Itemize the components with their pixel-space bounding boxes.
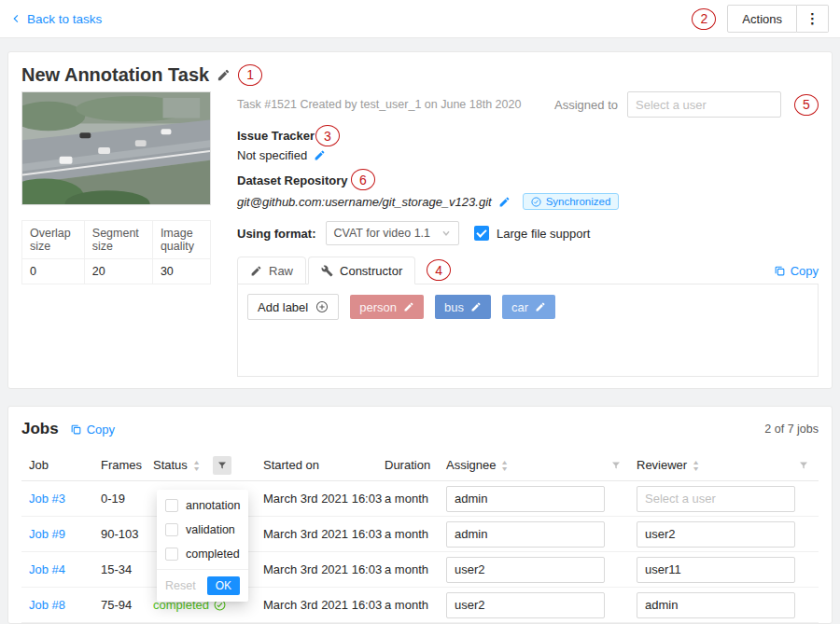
row-assignee-input[interactable] (446, 592, 605, 618)
param-value-segment: 20 (84, 259, 152, 284)
callout-3: 3 (315, 125, 340, 146)
synchronized-icon (531, 197, 541, 207)
started-on-cell: March 3rd 2021 16:03 (263, 527, 385, 541)
filter-option-completed[interactable]: completed (157, 542, 248, 566)
label-pill-car-name: car (511, 300, 528, 314)
caret-up-icon: ▲ (501, 459, 510, 465)
filter-ok-button[interactable]: OK (207, 576, 240, 595)
jobs-copy-link[interactable]: Copy (70, 423, 115, 437)
jobs-card: Jobs Copy 2 of 7 jobs Job Frames Status … (7, 406, 833, 624)
dataset-repository-url: git@github.com:username/git_storage_v123… (237, 195, 492, 209)
task-meta-text: Task #1521 Created by test_user_1 on Jun… (237, 98, 521, 111)
row-reviewer-input[interactable] (637, 486, 795, 512)
sort-carets[interactable]: ▲▼ (693, 459, 699, 472)
dataset-repository-section: Dataset Repository 6 git@github.com:user… (237, 173, 819, 210)
frames-cell: 0-19 (101, 492, 153, 506)
column-header-reviewer[interactable]: Reviewer ▲▼ (637, 456, 819, 475)
callout-6: 6 (351, 169, 375, 190)
add-label-button[interactable]: Add label (247, 294, 339, 320)
label-pill-person-name: person (359, 300, 397, 314)
task-body: Overlap size Segment size Image quality … (21, 91, 819, 377)
assignee-input[interactable] (627, 91, 781, 118)
param-value-overlap: 0 (22, 259, 85, 284)
job-link[interactable]: Job #4 (29, 562, 65, 576)
task-parameters-table: Overlap size Segment size Image quality … (21, 220, 211, 284)
task-right-column: Task #1521 Created by test_user_1 on Jun… (237, 91, 819, 377)
row-assignee-input[interactable] (446, 557, 605, 583)
row-reviewer-input[interactable] (637, 557, 795, 583)
edit-label-icon[interactable] (470, 301, 482, 312)
large-file-support-checkbox[interactable] (474, 226, 489, 241)
edit-repository-icon[interactable] (498, 196, 511, 208)
large-file-support-label: Large file support (497, 227, 590, 241)
completed-checkbox[interactable] (165, 548, 178, 561)
filter-option-annotation[interactable]: annotation (157, 493, 248, 518)
chevron-left-icon (11, 13, 21, 24)
topbar-right: 2 Actions ⋮ (692, 5, 829, 33)
row-assignee-input[interactable] (446, 486, 605, 512)
caret-down-icon: ▼ (501, 465, 510, 472)
duration-cell: a month (385, 562, 446, 576)
status-filter-icon[interactable] (213, 456, 231, 475)
label-pill-person[interactable]: person (350, 295, 424, 319)
annotation-checkbox[interactable] (165, 499, 178, 512)
format-select[interactable]: CVAT for video 1.1 (326, 221, 460, 245)
task-title-row: New Annotation Task 1 (21, 63, 819, 86)
frames-cell: 75-94 (101, 598, 153, 612)
edit-task-name-icon[interactable] (217, 68, 231, 82)
jobs-copy-label: Copy (87, 423, 115, 437)
edit-label-icon[interactable] (535, 301, 546, 312)
labels-copy-link[interactable]: Copy (774, 264, 819, 278)
duration-cell: a month (385, 598, 446, 612)
more-vertical-icon: ⋮ (805, 10, 819, 27)
row-reviewer-input[interactable] (637, 592, 795, 618)
jobs-count: 2 of 7 jobs (764, 423, 819, 436)
label-pill-bus[interactable]: bus (435, 295, 491, 319)
tab-constructor[interactable]: Constructor (308, 257, 415, 284)
using-format-label: Using format: (237, 227, 316, 241)
filter-option-annotation-label: annotation (186, 499, 240, 512)
pencil-icon (250, 265, 262, 277)
label-pill-car[interactable]: car (502, 295, 555, 319)
back-to-tasks-link[interactable]: Back to tasks (11, 12, 102, 26)
jobs-title: Jobs (21, 420, 59, 438)
started-on-cell: March 3rd 2021 16:03 (263, 562, 385, 576)
assigned-to-group: Assigned to 5 (554, 91, 819, 118)
filter-footer: Reset OK (157, 569, 248, 602)
tab-raw[interactable]: Raw (237, 257, 306, 284)
edit-label-icon[interactable] (403, 301, 414, 312)
sort-carets[interactable]: ▲▼ (501, 459, 508, 472)
started-on-cell: March 3rd 2021 16:03 (263, 492, 385, 506)
job-link[interactable]: Job #3 (29, 492, 65, 506)
more-actions-button[interactable]: ⋮ (797, 5, 829, 33)
task-left-column: Overlap size Segment size Image quality … (21, 91, 213, 377)
sort-carets[interactable]: ▲▼ (193, 459, 200, 472)
column-header-status[interactable]: Status ▲▼ annotation validation co (153, 456, 263, 475)
column-header-assignee[interactable]: Assignee ▲▼ (446, 456, 637, 475)
row-assignee-input[interactable] (446, 521, 605, 548)
caret-down-icon: ▼ (692, 465, 700, 472)
column-header-frames: Frames (101, 458, 153, 472)
duration-cell: a month (385, 492, 446, 506)
assignee-filter-icon[interactable] (607, 456, 625, 475)
reviewer-filter-icon[interactable] (794, 456, 813, 475)
filter-reset-button[interactable]: Reset (165, 579, 196, 592)
column-header-started-on: Started on (263, 458, 385, 472)
param-value-quality: 30 (152, 259, 210, 284)
status-filter-dropdown: annotation validation completed Reset OK (157, 490, 248, 602)
copy-icon (70, 423, 82, 436)
row-reviewer-input[interactable] (637, 521, 795, 548)
caret-down-icon: ▼ (192, 465, 201, 472)
jobs-table: Job Frames Status ▲▼ annotation validati… (21, 450, 819, 623)
edit-issue-tracker-icon[interactable] (314, 149, 326, 161)
tab-constructor-label: Constructor (340, 264, 402, 278)
labels-copy-label: Copy (791, 264, 819, 278)
job-link[interactable]: Job #9 (29, 527, 65, 541)
validation-checkbox[interactable] (165, 523, 178, 536)
callout-1: 1 (238, 64, 262, 86)
actions-button[interactable]: Actions (727, 5, 797, 33)
filter-option-validation[interactable]: validation (157, 518, 248, 542)
job-link[interactable]: Job #8 (29, 598, 65, 612)
callout-5: 5 (794, 94, 819, 116)
filter-option-completed-label: completed (186, 548, 240, 561)
